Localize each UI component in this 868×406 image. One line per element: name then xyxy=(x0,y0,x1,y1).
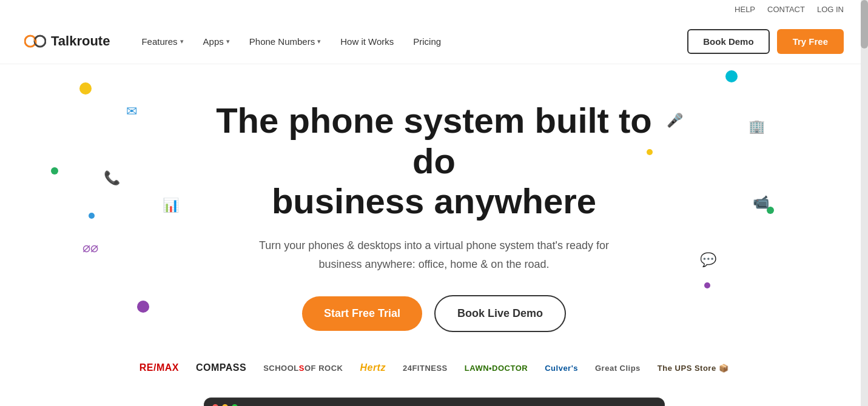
deco-video-icon: 📹 xyxy=(753,195,769,210)
features-chevron-icon: ▾ xyxy=(180,38,184,45)
deco-teal-dot xyxy=(725,70,738,82)
brand-lawn-doctor: LAWN•DOCTOR xyxy=(465,364,528,373)
start-free-trial-button[interactable]: Start Free Trial xyxy=(302,296,422,331)
app-titlebar xyxy=(205,399,664,406)
brand-24fitness: 24FITNESS xyxy=(403,364,448,373)
brand-culvers: Culver's xyxy=(545,364,578,373)
logo-text: Talkroute xyxy=(51,33,110,49)
navbar: Talkroute Features ▾ Apps ▾ Phone Number… xyxy=(0,19,868,64)
hero-section: ✉ 📞 📊 ⌀⌀ 🎤 🏢 📹 💬 The phone xyxy=(10,64,859,406)
deco-org-icon: 🏢 xyxy=(749,119,765,135)
brand-schools-of-rock: SCHOOLSOF ROCK xyxy=(263,364,343,373)
logo[interactable]: Talkroute xyxy=(24,33,110,50)
nav-links: Features ▾ Apps ▾ Phone Numbers ▾ How it… xyxy=(134,32,448,52)
deco-green-dot-r xyxy=(767,207,774,214)
navbar-left: Talkroute Features ▾ Apps ▾ Phone Number… xyxy=(24,32,448,52)
app-screenshot: Acme Corp Jenny Parker ▾ All Messages ▾ … xyxy=(204,398,665,406)
deco-chat-icon: 💬 xyxy=(700,252,716,268)
brand-compass: COMPASS xyxy=(196,362,246,373)
book-live-demo-button[interactable]: Book Live Demo xyxy=(434,295,566,332)
book-demo-button[interactable]: Book Demo xyxy=(687,29,769,54)
phone-numbers-chevron-icon: ▾ xyxy=(317,38,321,45)
hero-buttons: Start Free Trial Book Live Demo xyxy=(34,295,835,332)
navbar-right: Book Demo Try Free xyxy=(687,29,844,54)
logo-icon xyxy=(24,33,46,50)
deco-yellow-dot xyxy=(79,82,92,95)
brand-logos-bar: RE/MAX COMPASS SCHOOLSOF ROCK Hertz 24FI… xyxy=(34,362,835,373)
apps-chevron-icon: ▾ xyxy=(226,38,230,45)
nav-pricing[interactable]: Pricing xyxy=(406,32,448,52)
nav-features[interactable]: Features ▾ xyxy=(134,32,190,52)
nav-how-it-works[interactable]: How it Works xyxy=(333,32,401,52)
brand-hertz: Hertz xyxy=(360,362,386,373)
nav-phone-numbers[interactable]: Phone Numbers ▾ xyxy=(242,32,328,52)
deco-voicemail-icon: ⌀⌀ xyxy=(82,240,98,256)
brand-ups-store: The UPS Store 📦 xyxy=(658,364,728,373)
deco-blue-dot xyxy=(89,213,95,219)
hero-subtitle: Turn your phones & desktops into a virtu… xyxy=(252,236,616,273)
scrollbar[interactable] xyxy=(861,0,868,406)
help-link[interactable]: HELP xyxy=(735,5,755,14)
top-bar: HELP CONTACT LOG IN xyxy=(0,0,868,19)
brand-great-clips: Great Clips xyxy=(595,364,641,373)
nav-apps[interactable]: Apps ▾ xyxy=(196,32,237,52)
hero-title: The phone system built to do business an… xyxy=(192,101,677,222)
contact-link[interactable]: CONTACT xyxy=(767,5,805,14)
deco-email-icon: ✉ xyxy=(126,104,137,119)
deco-phone-icon: 📞 xyxy=(104,170,120,186)
deco-chart-icon: 📊 xyxy=(163,198,179,213)
deco-purple-sm-dot xyxy=(704,282,710,288)
try-free-button[interactable]: Try Free xyxy=(777,29,844,54)
scrollbar-thumb[interactable] xyxy=(861,0,868,48)
deco-green-dot xyxy=(51,167,58,175)
login-link[interactable]: LOG IN xyxy=(817,5,844,14)
brand-remax: RE/MAX xyxy=(140,362,179,373)
